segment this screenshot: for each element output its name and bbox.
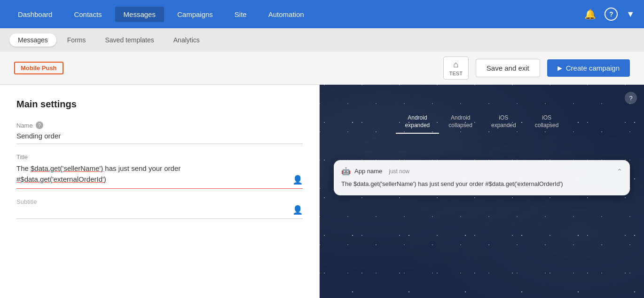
tab-saved-templates[interactable]: Saved templates bbox=[96, 33, 162, 47]
name-label: Name ? bbox=[16, 121, 303, 129]
notification-left: 🤖 App name just now bbox=[341, 167, 409, 176]
app-name: App name bbox=[354, 168, 382, 175]
preview-tab-ios-collapsed[interactable]: iOS collapsed bbox=[526, 111, 568, 134]
title-middle: has just send your order bbox=[103, 164, 181, 172]
tab-messages[interactable]: Messages bbox=[9, 33, 56, 47]
top-navigation: Dashboard Contacts Messages Campaigns Si… bbox=[0, 0, 644, 28]
sub-navigation: Messages Forms Saved templates Analytics bbox=[0, 28, 644, 52]
nav-contacts[interactable]: Contacts bbox=[65, 7, 110, 22]
preview-tab-android-expanded[interactable]: Android expanded bbox=[396, 111, 440, 134]
user-dropdown-icon[interactable]: ▼ bbox=[626, 9, 635, 19]
title-text: The $data.get('sellerName') has just sen… bbox=[16, 164, 181, 183]
preview-tab-ios-expanded[interactable]: iOS expanded bbox=[482, 111, 526, 134]
preview-help-icon[interactable]: ? bbox=[625, 92, 637, 104]
create-campaign-button[interactable]: ▶ Create campaign bbox=[547, 59, 630, 77]
preview-tab-android-collapsed[interactable]: Android collapsed bbox=[439, 111, 482, 134]
person-icon[interactable]: 👤 bbox=[292, 175, 303, 185]
tab-forms[interactable]: Forms bbox=[59, 33, 94, 47]
toolbar: Mobile Push ⌂ TEST Save and exit ▶ Creat… bbox=[0, 52, 644, 85]
main-content: Main settings Name ? Sending order Title… bbox=[0, 85, 644, 298]
subtitle-field-row: Subtitle 👤 bbox=[16, 198, 303, 219]
nav-messages[interactable]: Messages bbox=[115, 7, 164, 22]
title-prefix: The bbox=[16, 164, 31, 172]
test-button[interactable]: ⌂ TEST bbox=[443, 56, 469, 80]
create-campaign-label: Create campaign bbox=[566, 64, 620, 72]
notification-header: 🤖 App name just now ⌃ bbox=[341, 167, 622, 176]
nav-dashboard[interactable]: Dashboard bbox=[9, 7, 61, 22]
nav-icons: 🔔 ? ▼ bbox=[584, 8, 635, 21]
subtitle-label: Subtitle bbox=[16, 198, 303, 209]
nav-links: Dashboard Contacts Messages Campaigns Si… bbox=[9, 7, 584, 22]
bell-icon[interactable]: 🔔 bbox=[584, 8, 596, 20]
nav-site[interactable]: Site bbox=[226, 7, 255, 22]
title-variable1: $data.get('sellerName') bbox=[31, 164, 103, 172]
help-icon[interactable]: ? bbox=[605, 8, 618, 21]
save-exit-button[interactable]: Save and exit bbox=[476, 59, 540, 77]
android-icon: 🤖 bbox=[341, 167, 351, 176]
test-label: TEST bbox=[449, 71, 463, 76]
section-title: Main settings bbox=[16, 99, 303, 110]
right-panel: ? Android expanded Android collapsed iOS… bbox=[320, 85, 644, 298]
title-input-area[interactable]: The $data.get('sellerName') has just sen… bbox=[16, 163, 303, 189]
name-help-icon[interactable]: ? bbox=[36, 121, 43, 129]
left-panel: Main settings Name ? Sending order Title… bbox=[0, 85, 320, 298]
nav-automation[interactable]: Automation bbox=[260, 7, 313, 22]
notification-card: 🤖 App name just now ⌃ The $data.get('sel… bbox=[334, 160, 630, 195]
mobile-push-badge: Mobile Push bbox=[14, 62, 63, 74]
preview-tabs: Android expanded Android collapsed iOS e… bbox=[320, 111, 644, 134]
notification-body: The $data.get('sellerName') has just sen… bbox=[341, 179, 622, 189]
house-icon: ⌂ bbox=[453, 60, 458, 70]
chevron-up-icon[interactable]: ⌃ bbox=[617, 168, 622, 175]
title-variable2: #$data.get('externalOrderId') bbox=[16, 175, 106, 183]
name-value: Sending order bbox=[16, 132, 303, 144]
play-icon: ▶ bbox=[558, 64, 562, 72]
title-field-row: The $data.get('sellerName') has just sen… bbox=[16, 163, 303, 189]
title-label: Title bbox=[16, 153, 303, 161]
tab-analytics[interactable]: Analytics bbox=[165, 33, 208, 47]
subtitle-person-icon[interactable]: 👤 bbox=[292, 205, 303, 215]
toolbar-actions: ⌂ TEST Save and exit ▶ Create campaign bbox=[443, 56, 630, 80]
notification-time: just now bbox=[389, 168, 409, 175]
nav-campaigns[interactable]: Campaigns bbox=[169, 7, 221, 22]
